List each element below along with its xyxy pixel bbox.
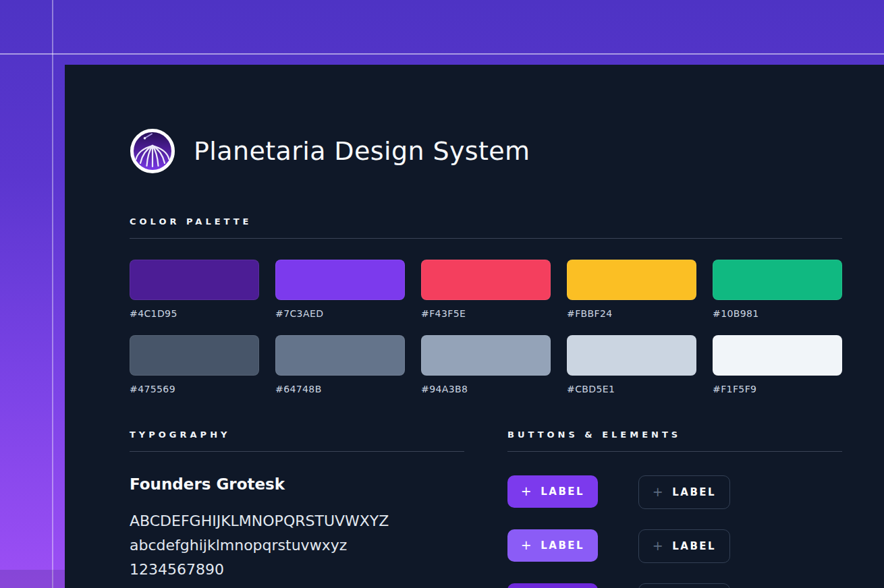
swatch-grid: #4C1D95#7C3AED#F43F5E#FBBF24#10B981#4755… bbox=[130, 260, 842, 394]
typography-section: TYPOGRAPHY Founders Grotesk ABCDEFGHIJKL… bbox=[130, 430, 507, 588]
button-label: LABEL bbox=[672, 486, 716, 498]
design-system-panel: Planetaria Design System COLOR PALETTE #… bbox=[65, 65, 884, 588]
button-grid: +LABEL+LABEL+LABEL+LABEL+LABEL+LABEL bbox=[507, 475, 842, 588]
color-swatch-cell: #64748B bbox=[275, 335, 405, 394]
color-swatch-hex-label: #94A3B8 bbox=[421, 384, 551, 394]
button-label: LABEL bbox=[541, 486, 584, 498]
color-swatch-hex-label: #475569 bbox=[130, 384, 259, 394]
font-name: Founders Grotesk bbox=[130, 475, 507, 493]
color-swatch-cell: #7C3AED bbox=[275, 260, 405, 319]
color-swatch[interactable] bbox=[130, 260, 259, 300]
color-swatch-hex-label: #F1F5F9 bbox=[713, 384, 842, 394]
color-swatch-hex-label: #F43F5E bbox=[421, 308, 551, 319]
typography-heading: TYPOGRAPHY bbox=[130, 430, 507, 440]
plus-icon: + bbox=[521, 485, 533, 498]
color-swatch[interactable] bbox=[421, 335, 551, 376]
brand-header: Planetaria Design System bbox=[130, 128, 842, 174]
color-swatch-cell: #475569 bbox=[130, 335, 259, 394]
plus-icon: + bbox=[521, 539, 533, 552]
filled-label-button[interactable]: +LABEL bbox=[507, 583, 598, 588]
buttons-divider bbox=[507, 451, 842, 452]
backdrop-band bbox=[0, 570, 65, 588]
color-swatch[interactable] bbox=[713, 260, 842, 300]
horizontal-guide-line bbox=[0, 53, 884, 55]
page-title: Planetaria Design System bbox=[194, 136, 530, 166]
color-swatch[interactable] bbox=[130, 335, 259, 376]
color-swatch[interactable] bbox=[275, 260, 405, 300]
color-swatch[interactable] bbox=[567, 335, 696, 376]
color-swatch-cell: #10B981 bbox=[713, 260, 842, 319]
color-swatch-hex-label: #10B981 bbox=[713, 308, 842, 319]
plus-icon: + bbox=[653, 539, 665, 552]
color-palette-heading: COLOR PALETTE bbox=[130, 216, 842, 227]
filled-label-button[interactable]: +LABEL bbox=[507, 475, 598, 508]
color-swatch[interactable] bbox=[275, 335, 405, 376]
color-swatch[interactable] bbox=[567, 260, 696, 300]
color-swatch-cell: #4C1D95 bbox=[130, 260, 259, 319]
buttons-heading: BUTTONS & ELEMENTS bbox=[507, 430, 842, 440]
color-swatch-cell: #94A3B8 bbox=[421, 335, 551, 394]
color-swatch-hex-label: #CBD5E1 bbox=[567, 384, 696, 394]
button-label: LABEL bbox=[672, 540, 716, 552]
typography-divider bbox=[130, 451, 464, 452]
filled-label-button[interactable]: +LABEL bbox=[507, 529, 598, 562]
color-swatch-hex-label: #64748B bbox=[275, 384, 405, 394]
button-label: LABEL bbox=[541, 539, 584, 552]
color-swatch[interactable] bbox=[421, 260, 551, 300]
plus-icon: + bbox=[653, 486, 665, 498]
color-swatch-cell: #FBBF24 bbox=[567, 260, 696, 319]
planetaria-logo-icon bbox=[130, 128, 175, 174]
outline-label-button[interactable]: +LABEL bbox=[638, 583, 730, 588]
color-swatch-hex-label: #FBBF24 bbox=[567, 308, 696, 319]
color-swatch-cell: #F43F5E bbox=[421, 260, 551, 319]
vertical-guide-line bbox=[52, 0, 53, 588]
color-swatch-hex-label: #4C1D95 bbox=[130, 308, 259, 319]
palette-divider bbox=[130, 238, 842, 239]
color-swatch-cell: #F1F5F9 bbox=[713, 335, 842, 394]
specimen-uppercase: ABCDEFGHIJKLMNOPQRSTUVWXYZ bbox=[130, 509, 507, 533]
specimen-lowercase: abcdefghijklmnopqrstuvwxyz bbox=[130, 533, 507, 558]
color-swatch-hex-label: #7C3AED bbox=[275, 308, 405, 319]
outline-label-button[interactable]: +LABEL bbox=[638, 529, 730, 563]
outline-label-button[interactable]: +LABEL bbox=[638, 475, 730, 509]
specimen-digits: 1234567890 bbox=[130, 558, 507, 582]
color-swatch-cell: #CBD5E1 bbox=[567, 335, 696, 394]
color-swatch[interactable] bbox=[713, 335, 842, 376]
buttons-section: BUTTONS & ELEMENTS +LABEL+LABEL+LABEL+LA… bbox=[507, 430, 842, 588]
